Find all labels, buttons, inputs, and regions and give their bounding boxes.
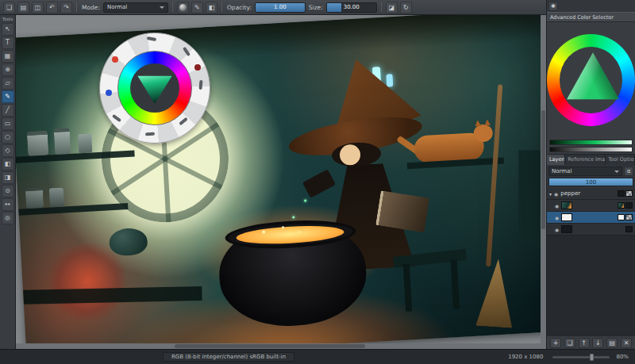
layer-mini-thumb — [618, 214, 625, 220]
edit-brush-settings-icon[interactable]: ✎ — [191, 2, 203, 13]
move-layer-down-button[interactable]: ↓ — [592, 338, 603, 348]
move-layer-up-button[interactable]: ↑ — [579, 338, 590, 348]
opacity-label: Opacity: — [227, 4, 252, 11]
opacity-slider[interactable]: 1.00 — [255, 2, 306, 13]
tab-reference-images[interactable]: Reference Images — [565, 155, 606, 165]
layer-mini-thumb — [625, 226, 633, 232]
recent-color-swatch[interactable] — [106, 90, 112, 96]
delete-layer-button[interactable]: ✕ — [621, 338, 632, 348]
right-docker-panel: ✱ Advanced Color Selector Layers Referen… — [546, 0, 635, 349]
line-tool-icon[interactable]: ╱ — [2, 104, 14, 117]
reload-preset-icon[interactable]: ↻ — [400, 2, 412, 13]
toolbar-separator — [221, 2, 222, 12]
brush-preset-thumbnail — [179, 4, 187, 11]
redo-icon[interactable]: ↷ — [60, 2, 72, 13]
canvas-vertical-scrollbar[interactable] — [541, 15, 546, 343]
layer-properties-button[interactable]: ▤ — [606, 338, 618, 348]
layer-visibility-icon[interactable]: ◉ — [554, 191, 558, 197]
layer-name: pepper — [560, 190, 580, 197]
text-tool-icon[interactable]: T — [2, 36, 14, 49]
layer-mini-thumb — [625, 202, 633, 209]
size-slider[interactable]: 30.00 — [326, 2, 377, 13]
layer-row-selected[interactable]: ◉ — [547, 212, 635, 224]
image-dimensions: 1920 x 1080 — [508, 354, 543, 360]
recent-color-swatch[interactable] — [194, 64, 201, 71]
blending-mode-dropdown[interactable]: Normal — [103, 2, 168, 13]
docker-options-icon[interactable]: ✱ — [548, 2, 558, 11]
layer-blend-mode-value: Normal — [552, 168, 572, 174]
krita-window: ❏ ▤ ◫ ↶ ↷ Mode: Normal ✎ ◧ Opacity: 1.00… — [0, 0, 635, 364]
save-document-icon[interactable]: ◫ — [32, 2, 44, 13]
layer-row[interactable]: ◉ — [547, 200, 635, 212]
zoom-slider[interactable] — [552, 356, 610, 358]
layer-visibility-icon[interactable]: ◉ — [555, 203, 559, 209]
gradient-chooser-icon[interactable]: ◧ — [206, 2, 217, 13]
mode-label: Mode: — [82, 4, 100, 11]
layer-opacity-row: 100 — [547, 178, 635, 188]
zoom-slider-handle[interactable] — [590, 354, 594, 361]
toolbox-docker: Tools ↖ T ▦ ⊕ ▱ ✎ ╱ ▭ ○ ◇ ◧ ◨ ⊙ ↔ ◎ — [0, 15, 16, 349]
layer-mini-thumbs — [625, 226, 633, 232]
layer-mini-thumb — [618, 190, 625, 197]
zoom-tool-icon[interactable]: ◎ — [2, 212, 14, 224]
fill-tool-icon[interactable]: ◧ — [2, 158, 14, 171]
canvas-area[interactable] — [16, 15, 546, 349]
toolbox-title: Tools — [0, 15, 15, 22]
layer-mini-thumbs — [618, 214, 633, 220]
horizontal-scrollbar-thumb[interactable] — [175, 344, 365, 348]
toolbar-separator — [172, 2, 173, 12]
open-document-icon[interactable]: ▤ — [17, 2, 29, 13]
new-document-icon[interactable]: ❏ — [3, 2, 15, 13]
docker-header-strip: ✱ — [547, 0, 635, 12]
crop-tool-icon[interactable]: ▱ — [2, 77, 14, 90]
alpha-lock-icon[interactable]: α — [624, 167, 633, 176]
add-layer-button[interactable]: + — [550, 338, 561, 348]
color-wheel[interactable] — [547, 34, 635, 126]
docker-tabs: Layers Reference Images Tool Options — [547, 154, 635, 165]
size-label: Size: — [309, 4, 323, 11]
color-slider-strips — [547, 138, 635, 154]
advanced-color-selector[interactable] — [547, 22, 635, 138]
layer-mini-thumbs — [618, 202, 633, 209]
recent-color-swatch[interactable] — [112, 56, 118, 63]
value-component-slider[interactable] — [549, 147, 633, 152]
layer-opacity-slider[interactable]: 100 — [548, 178, 633, 186]
layer-row-group[interactable]: ▾ ◉ pepper — [547, 188, 635, 200]
select-shapes-tool-icon[interactable]: ↖ — [2, 23, 14, 36]
layer-mini-thumb — [625, 214, 633, 220]
layer-visibility-icon[interactable]: ◉ — [555, 215, 559, 220]
popup-palette[interactable] — [99, 33, 210, 144]
polygon-tool-icon[interactable]: ◇ — [2, 144, 14, 157]
top-toolbar: ❏ ▤ ◫ ↶ ↷ Mode: Normal ✎ ◧ Opacity: 1.00… — [0, 0, 546, 15]
move-tool-icon[interactable]: ⊕ — [2, 63, 14, 76]
layer-mini-thumb — [618, 202, 625, 209]
undo-icon[interactable]: ↶ — [46, 2, 58, 13]
vertical-scrollbar-thumb[interactable] — [541, 110, 545, 229]
rectangle-tool-icon[interactable]: ▭ — [2, 117, 14, 130]
canvas-horizontal-scrollbar[interactable] — [16, 343, 546, 349]
color-profile-status: RGB (8-bit integer/channel) sRGB built-i… — [163, 352, 294, 362]
eraser-mode-icon[interactable]: ◪ — [386, 2, 398, 13]
pan-tool-icon[interactable]: ↔ — [2, 198, 14, 211]
brush-preset-icon[interactable] — [177, 2, 189, 13]
ellipse-tool-icon[interactable]: ○ — [2, 131, 14, 144]
artwork-vignette — [16, 15, 546, 349]
group-expand-icon[interactable]: ▾ — [549, 191, 552, 197]
freehand-brush-tool-icon[interactable]: ✎ — [2, 90, 14, 103]
toolbar-separator — [381, 2, 382, 12]
color-sampler-tool-icon[interactable]: ⊙ — [2, 185, 14, 197]
transform-tool-icon[interactable]: ▦ — [2, 50, 14, 63]
canvas-artwork[interactable] — [16, 15, 546, 349]
tab-tool-options[interactable]: Tool Options — [606, 155, 635, 165]
layer-row[interactable]: ◉ — [547, 224, 635, 236]
duplicate-layer-button[interactable]: ❏ — [564, 338, 575, 348]
layer-visibility-icon[interactable]: ◉ — [555, 227, 559, 232]
blending-mode-value: Normal — [107, 4, 127, 10]
layer-blend-mode-dropdown[interactable]: Normal — [548, 167, 622, 176]
gradient-tool-icon[interactable]: ◨ — [2, 171, 14, 184]
layer-thumbnail — [561, 201, 572, 209]
green-component-slider[interactable] — [549, 140, 633, 145]
layer-opacity-value: 100 — [549, 178, 633, 186]
tab-layers[interactable]: Layers — [547, 155, 565, 165]
size-value: 30.00 — [327, 3, 376, 12]
